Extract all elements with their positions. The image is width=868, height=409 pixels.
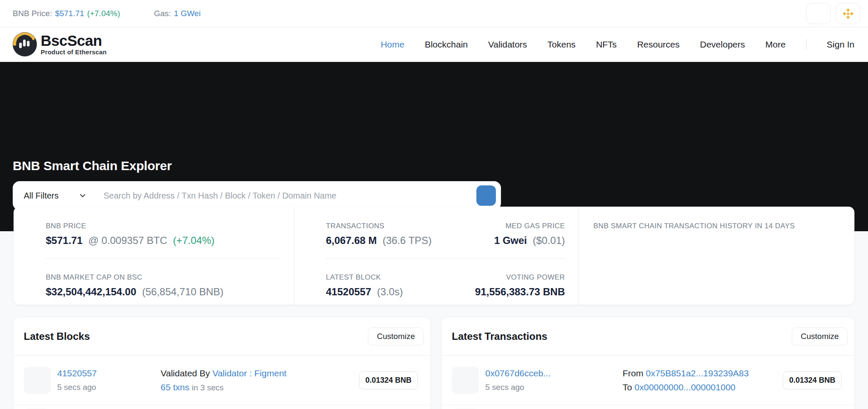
from-label: From xyxy=(623,368,643,378)
block-txn-time: in 3 secs xyxy=(192,383,224,392)
latest-transactions-customize-button[interactable]: Customize xyxy=(792,328,848,345)
latest-blocks-title: Latest Blocks xyxy=(24,331,90,342)
bnb-cube-icon xyxy=(841,7,855,20)
transactions-value[interactable]: 6,067.68 M xyxy=(326,235,377,246)
gas-indicator[interactable]: Gas: 1 GWei xyxy=(154,9,200,18)
logo-text: BscScan Product of Etherscan xyxy=(41,33,107,56)
block-reward-badge: 0.01324 BNB xyxy=(359,371,418,389)
latest-block-stat: LATEST BLOCK 41520557 (3.0s) xyxy=(326,273,403,298)
logo-title: BscScan xyxy=(41,33,107,48)
stats-network-column: TRANSACTIONS 6,067.68 M (36.6 TPS) MED G… xyxy=(295,207,579,305)
latest-blocks-card: Latest Blocks Customize 41520557 5 secs … xyxy=(14,317,431,409)
gas-value[interactable]: 1 GWei xyxy=(174,9,200,18)
bnb-price-stat-change: (+7.04%) xyxy=(173,235,214,246)
overview-stats-card: BNB PRICE $571.71 @ 0.009357 BTC (+7.04%… xyxy=(14,207,854,305)
nav-item-tokens[interactable]: Tokens xyxy=(548,39,576,50)
sign-in-link[interactable]: Sign In xyxy=(827,39,854,50)
nav-item-developers[interactable]: Developers xyxy=(700,39,745,50)
latest-transactions-title: Latest Transactions xyxy=(452,331,547,342)
stats-price-column: BNB PRICE $571.71 @ 0.009357 BTC (+7.04%… xyxy=(14,207,295,305)
latest-block-value[interactable]: 41520557 xyxy=(326,286,371,297)
nav-item-resources[interactable]: Resources xyxy=(637,39,679,50)
validated-by-label: Validated By xyxy=(161,368,210,378)
transaction-summary: 0x0767d6cceb... 5 secs ago xyxy=(485,368,623,392)
nav-item-nfts[interactable]: NFTs xyxy=(596,39,617,50)
bscscan-homepage: BNB Price: $571.71 (+7.04%) Gas: 1 GWei xyxy=(0,0,868,409)
transactions-stat: TRANSACTIONS 6,067.68 M (36.6 TPS) xyxy=(326,222,431,247)
main-nav: Home Blockchain Validators Tokens NFTs R… xyxy=(381,39,854,50)
transactions-label: TRANSACTIONS xyxy=(326,222,431,230)
block-summary: 41520557 5 secs ago xyxy=(57,368,161,392)
topbar-metrics: BNB Price: $571.71 (+7.04%) Gas: 1 GWei xyxy=(13,9,200,18)
latest-blocks-header: Latest Blocks Customize xyxy=(14,317,431,356)
transaction-hash-link[interactable]: 0x0767d6cceb... xyxy=(485,368,551,378)
hero-section: BNB Smart Chain Explorer All Filters xyxy=(0,62,868,231)
main-header: BscScan Product of Etherscan Home Blockc… xyxy=(0,27,868,62)
latest-block-time: (3.0s) xyxy=(377,286,403,297)
transaction-age: 5 secs ago xyxy=(485,382,623,392)
voting-power-stat: VOTING POWER 91,556,383.73 BNB xyxy=(475,273,565,298)
nav-item-validators[interactable]: Validators xyxy=(488,39,527,50)
block-age: 5 secs ago xyxy=(57,382,161,392)
transaction-history-chart-label: BNB SMART CHAIN TRANSACTION HISTORY IN 1… xyxy=(593,222,842,230)
latest-block-label: LATEST BLOCK xyxy=(326,273,403,282)
transaction-icon xyxy=(452,367,479,394)
latest-blocks-customize-button[interactable]: Customize xyxy=(368,328,424,345)
nav-item-more[interactable]: More xyxy=(765,39,786,50)
block-txns-link[interactable]: 65 txns xyxy=(161,382,189,392)
search-bar: All Filters xyxy=(13,181,501,210)
nav-divider xyxy=(806,39,807,50)
market-cap-stat: BNB MARKET CAP ON BSC $32,504,442,154.00… xyxy=(46,258,279,298)
bnb-price-stat: BNB PRICE $571.71 @ 0.009357 BTC (+7.04%… xyxy=(46,222,279,247)
top-stats-bar: BNB Price: $571.71 (+7.04%) Gas: 1 GWei xyxy=(0,0,868,27)
transaction-history-chart-area xyxy=(593,235,842,290)
block-number-link[interactable]: 41520557 xyxy=(57,368,97,378)
network-switch-button[interactable] xyxy=(836,3,860,24)
latest-transactions-card: Latest Transactions Customize 0x0767d6cc… xyxy=(442,317,854,409)
bnb-price-label: BNB Price: xyxy=(13,9,52,18)
chevron-down-icon xyxy=(79,192,86,199)
med-gas-price-usd: ($0.01) xyxy=(533,235,565,246)
transactions-tps: (36.6 TPS) xyxy=(383,235,432,246)
med-gas-price-value[interactable]: 1 Gwei xyxy=(494,235,527,246)
nav-item-blockchain[interactable]: Blockchain xyxy=(425,39,468,50)
search-filter-dropdown[interactable]: All Filters xyxy=(24,191,86,201)
block-details: Validated By Validator : Figment 65 txns… xyxy=(161,368,359,393)
theme-toggle-button[interactable] xyxy=(806,3,831,24)
bscscan-logo-icon xyxy=(13,32,37,56)
block-row: 41520557 5 secs ago Validated By Validat… xyxy=(14,356,431,405)
bnb-price-stat-label: BNB PRICE xyxy=(46,222,279,230)
market-cap-bnb: (56,854,710 BNB) xyxy=(142,286,223,297)
transaction-amount-badge: 0.01324 BNB xyxy=(783,371,842,389)
transaction-row: 0x0767d6cceb... 5 secs ago From 0x75B851… xyxy=(442,356,854,405)
nav-item-home[interactable]: Home xyxy=(381,39,404,50)
bnb-price-btc: @ 0.009357 BTC xyxy=(88,235,167,246)
med-gas-price-label: MED GAS PRICE xyxy=(494,222,565,230)
voting-power-label: VOTING POWER xyxy=(475,273,565,282)
search-filter-label: All Filters xyxy=(24,191,58,201)
med-gas-price-stat: MED GAS PRICE 1 Gwei ($0.01) xyxy=(494,222,565,247)
bnb-price-value[interactable]: $571.71 xyxy=(55,9,84,18)
bnb-price-indicator[interactable]: BNB Price: $571.71 (+7.04%) xyxy=(13,9,120,18)
to-label: To xyxy=(623,382,632,392)
transaction-history-chart-panel: BNB SMART CHAIN TRANSACTION HISTORY IN 1… xyxy=(579,207,854,305)
transaction-details: From 0x75B851a2...193239A83 To 0x0000000… xyxy=(623,368,783,392)
page-title: BNB Smart Chain Explorer xyxy=(13,159,172,173)
topbar-buttons xyxy=(806,3,860,24)
voting-power-value: 91,556,383.73 BNB xyxy=(475,286,565,297)
bnb-price-change: (+7.04%) xyxy=(87,9,120,18)
bnb-price-stat-value[interactable]: $571.71 xyxy=(46,235,83,246)
bscscan-logo[interactable]: BscScan Product of Etherscan xyxy=(13,32,107,56)
validator-link[interactable]: Validator : Figment xyxy=(212,368,287,378)
gas-label: Gas: xyxy=(154,9,171,18)
latest-transactions-header: Latest Transactions Customize xyxy=(442,317,854,356)
to-address-link[interactable]: 0x00000000...000001000 xyxy=(634,382,735,392)
search-input[interactable] xyxy=(103,191,476,201)
market-cap-label: BNB MARKET CAP ON BSC xyxy=(46,273,279,282)
logo-subtitle: Product of Etherscan xyxy=(41,48,107,56)
market-cap-value[interactable]: $32,504,442,154.00 xyxy=(46,286,136,297)
from-address-link[interactable]: 0x75B851a2...193239A83 xyxy=(646,368,749,378)
search-button[interactable] xyxy=(476,185,496,206)
block-icon xyxy=(24,367,51,394)
